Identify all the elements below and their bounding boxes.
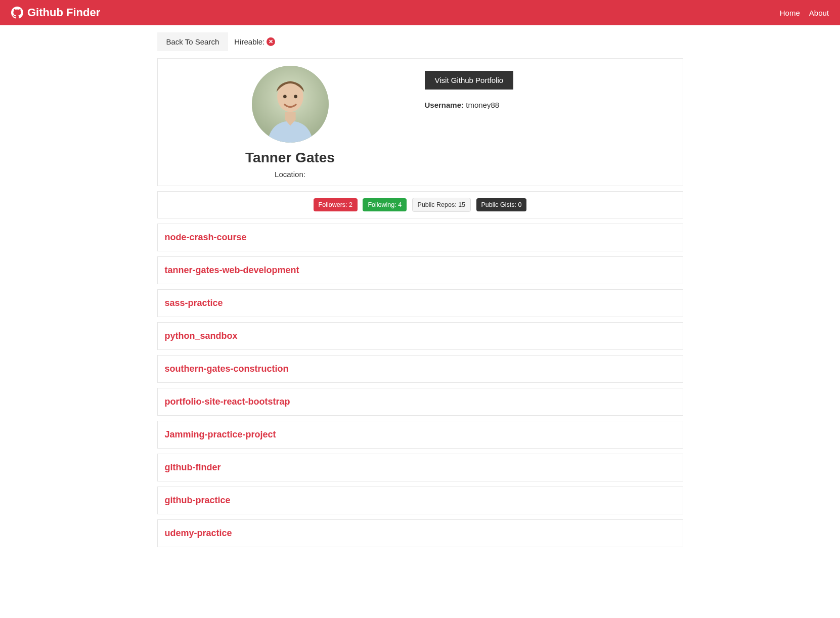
profile-name: Tanner Gates <box>165 150 416 166</box>
profile-right: Visit Github Portfolio Username: tmoney8… <box>425 66 676 179</box>
repo-link[interactable]: node-crash-course <box>165 232 247 242</box>
stats-card: Followers: 2 Following: 4 Public Repos: … <box>157 191 683 218</box>
brand-title: Github Finder <box>27 6 100 19</box>
brand: Github Finder <box>11 6 100 19</box>
nav-about[interactable]: About <box>809 9 829 17</box>
visit-profile-button[interactable]: Visit Github Portfolio <box>425 71 514 90</box>
times-circle-icon: ✕ <box>267 37 275 46</box>
repo-link[interactable]: sass-practice <box>165 298 223 308</box>
followers-badge: Followers: 2 <box>314 198 358 211</box>
main-container: Back To Search Hireable: ✕ <box>157 25 683 572</box>
repo-list: node-crash-course tanner-gates-web-devel… <box>157 224 683 547</box>
repo-item: python_sandbox <box>157 322 683 350</box>
profile-location: Location: <box>165 170 416 179</box>
username-line: Username: tmoney88 <box>425 101 676 109</box>
repo-link[interactable]: Jamming-practice-project <box>165 429 276 439</box>
repo-link[interactable]: udemy-practice <box>165 528 232 538</box>
repo-link[interactable]: portfolio-site-react-bootstrap <box>165 396 290 407</box>
public-repos-badge: Public Repos: 15 <box>412 198 471 212</box>
repo-link[interactable]: python_sandbox <box>165 331 238 341</box>
hireable-label: Hireable: ✕ <box>234 37 275 46</box>
repo-item: node-crash-course <box>157 224 683 251</box>
repo-item: southern-gates-construction <box>157 355 683 383</box>
nav-home[interactable]: Home <box>780 9 800 17</box>
nav-links: Home About <box>780 9 829 17</box>
repo-item: sass-practice <box>157 289 683 317</box>
svg-point-2 <box>283 95 287 98</box>
repo-link[interactable]: github-finder <box>165 462 221 472</box>
top-line: Back To Search Hireable: ✕ <box>157 32 683 51</box>
public-gists-badge: Public Gists: 0 <box>476 198 527 211</box>
repo-item: portfolio-site-react-bootstrap <box>157 388 683 416</box>
repo-item: tanner-gates-web-development <box>157 256 683 284</box>
back-button[interactable]: Back To Search <box>157 32 229 51</box>
navbar: Github Finder Home About <box>0 0 840 25</box>
repo-link[interactable]: southern-gates-construction <box>165 364 289 374</box>
repo-item: github-finder <box>157 454 683 481</box>
avatar <box>252 66 329 143</box>
profile-card: Tanner Gates Location: Visit Github Port… <box>157 58 683 186</box>
following-badge: Following: 4 <box>363 198 407 211</box>
github-icon <box>11 7 23 19</box>
repo-link[interactable]: github-practice <box>165 495 231 505</box>
repo-item: Jamming-practice-project <box>157 421 683 449</box>
profile-left: Tanner Gates Location: <box>165 66 416 179</box>
repo-item: udemy-practice <box>157 519 683 547</box>
repo-item: github-practice <box>157 487 683 514</box>
repo-link[interactable]: tanner-gates-web-development <box>165 265 299 275</box>
svg-point-3 <box>294 95 297 98</box>
